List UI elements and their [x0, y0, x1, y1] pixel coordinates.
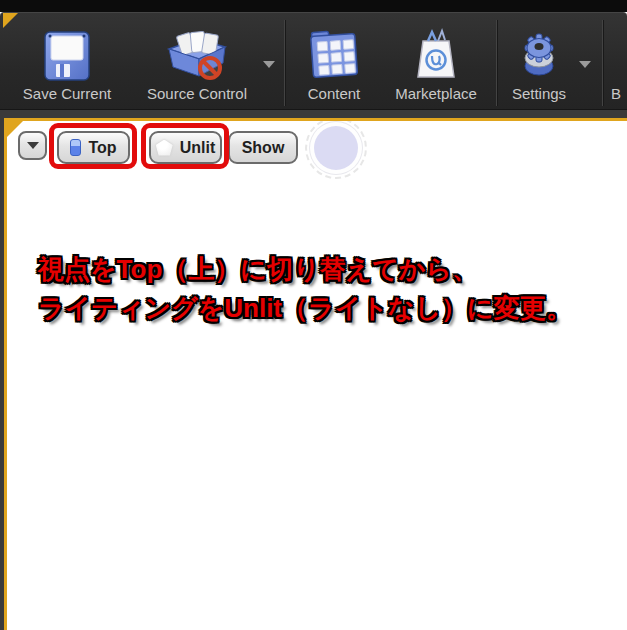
gizmo-dial-icon [314, 126, 358, 170]
content-browser-icon [307, 27, 361, 81]
tutorial-annotation: 視点をTop（上）に切り替えてから、 ライティングをUnlit（ライトなし）に変… [38, 250, 572, 328]
source-control-box-icon [165, 29, 229, 81]
viewport-options-button[interactable] [18, 131, 47, 160]
toolbar-separator [284, 20, 285, 106]
viewport-canvas[interactable]: Top Unlit Show 視点をTop（上）に切り替えてから、 ライティング… [7, 121, 627, 630]
show-flags-button[interactable]: Show [228, 131, 298, 164]
toolbar-separator [496, 20, 497, 106]
save-current-button[interactable]: Save Current [8, 13, 126, 109]
blueprints-button-partial[interactable]: B [611, 13, 627, 109]
toolbar-item-label: Settings [512, 86, 566, 102]
show-flags-label: Show [242, 139, 285, 157]
top-view-icon [70, 139, 81, 156]
settings-button[interactable]: Settings [500, 13, 578, 109]
chevron-down-icon [27, 142, 39, 149]
view-mode-button[interactable]: Top [57, 131, 130, 164]
toolbar-separator [602, 20, 603, 106]
toolbar-item-label: B [611, 86, 621, 102]
toolbar-item-label: Source Control [147, 86, 247, 102]
content-browser-button[interactable]: Content [290, 13, 378, 109]
source-control-button[interactable]: Source Control [132, 13, 262, 109]
toolbar-item-label: Content [308, 86, 361, 102]
lighting-mode-button[interactable]: Unlit [149, 131, 222, 164]
chevron-down-icon[interactable] [579, 61, 591, 68]
chevron-down-icon[interactable] [263, 61, 275, 68]
settings-gears-icon [516, 29, 562, 81]
viewport-selection-border: Top Unlit Show 視点をTop（上）に切り替えてから、 ライティング… [4, 118, 627, 630]
main-toolbar: Save Current Source Control [0, 12, 627, 110]
unlit-sphere-icon [156, 140, 173, 156]
lighting-mode-label: Unlit [180, 139, 216, 157]
toolbar-item-label: Save Current [23, 86, 111, 102]
toolbar-item-label: Marketplace [395, 86, 477, 102]
marketplace-bag-icon [414, 27, 458, 81]
annotation-line-2: ライティングをUnlit（ライトなし）に変更。 [38, 289, 572, 328]
marketplace-button[interactable]: Marketplace [380, 13, 492, 109]
annotation-line-1: 視点をTop（上）に切り替えてから、 [38, 250, 572, 289]
view-mode-label: Top [88, 139, 116, 157]
floppy-disk-icon [44, 31, 90, 81]
level-viewport[interactable]: Top Unlit Show 視点をTop（上）に切り替えてから、 ライティング… [0, 110, 627, 630]
window-top-strip [0, 0, 627, 12]
